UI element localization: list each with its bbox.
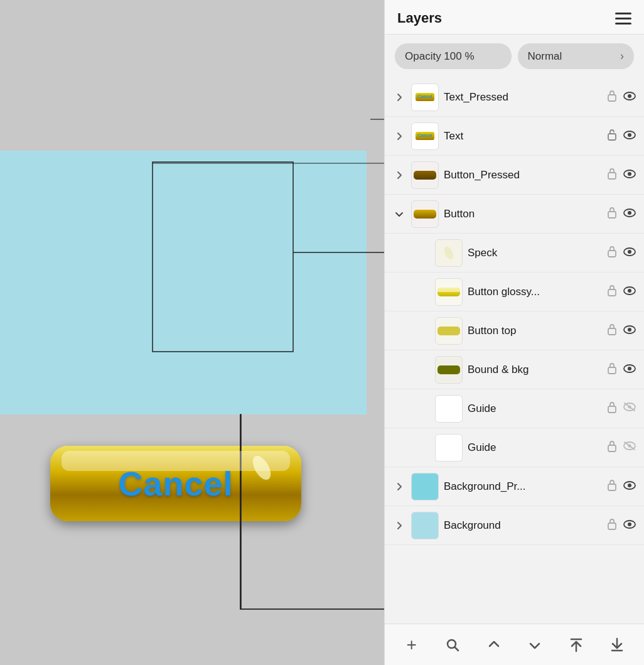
- svg-rect-11: [608, 134, 616, 140]
- visibility-icon[interactable]: [623, 284, 636, 299]
- chevron-right-icon[interactable]: [392, 521, 406, 530]
- svg-rect-23: [608, 289, 616, 296]
- move-down-button[interactable]: [520, 630, 550, 660]
- visibility-icon[interactable]: [623, 246, 636, 260]
- lock-icon[interactable]: [606, 440, 618, 455]
- layer-item[interactable]: Button: [385, 195, 644, 234]
- lock-icon[interactable]: [606, 206, 618, 222]
- layer-item[interactable]: CancelText_Pressed: [385, 78, 644, 117]
- layer-name: Text: [444, 130, 601, 143]
- chevron-right-icon[interactable]: [392, 171, 406, 180]
- svg-point-42: [628, 484, 631, 487]
- layer-name: Speck: [468, 247, 601, 259]
- lock-icon[interactable]: [606, 323, 618, 338]
- svg-point-45: [628, 522, 631, 526]
- blend-mode-label: Normal: [528, 50, 562, 63]
- chevron-right-icon[interactable]: [392, 132, 406, 141]
- add-layer-button[interactable]: +: [397, 630, 427, 660]
- chevron-right-icon: ›: [620, 50, 624, 63]
- visibility-icon[interactable]: [623, 207, 636, 221]
- svg-point-22: [628, 250, 631, 254]
- chevron-right-icon[interactable]: [392, 93, 406, 102]
- layer-item[interactable]: Button glossy...: [385, 273, 644, 311]
- menu-button[interactable]: [615, 13, 631, 24]
- cancel-button-canvas: Cancel: [25, 223, 276, 298]
- svg-rect-20: [608, 251, 616, 257]
- lock-icon[interactable]: [606, 128, 618, 144]
- svg-rect-43: [608, 523, 616, 529]
- lock-icon[interactable]: [606, 89, 618, 105]
- visibility-icon[interactable]: [623, 362, 636, 377]
- svg-point-10: [628, 94, 631, 98]
- controls-row: Opacity 100 % Normal ›: [385, 35, 644, 78]
- lock-icon[interactable]: [606, 245, 618, 261]
- svg-rect-8: [608, 95, 616, 101]
- layer-item[interactable]: Guide: [385, 428, 644, 467]
- chevron-right-icon[interactable]: [392, 482, 406, 491]
- lock-icon[interactable]: [606, 478, 618, 494]
- panel-title: Layers: [397, 10, 442, 26]
- layer-name: Bound & bkg: [468, 364, 601, 376]
- svg-rect-26: [608, 328, 616, 335]
- layer-thumbnail: [411, 512, 439, 539]
- layer-thumbnail: [435, 317, 463, 345]
- layer-item[interactable]: Background_Pr...: [385, 467, 644, 506]
- layer-name: Background_Pr...: [444, 480, 601, 493]
- layer-name: Button_Pressed: [444, 169, 601, 181]
- visibility-icon[interactable]: [623, 90, 636, 104]
- layers-list: CancelText_PressedCancelTextButton_Press…: [385, 78, 644, 624]
- layer-thumbnail: Cancel: [411, 84, 439, 111]
- move-up-button[interactable]: [479, 630, 509, 660]
- svg-line-47: [455, 647, 459, 651]
- opacity-button[interactable]: Opacity 100 %: [395, 43, 512, 69]
- move-to-bottom-button[interactable]: [602, 630, 632, 660]
- move-to-top-button[interactable]: [561, 630, 591, 660]
- blend-mode-button[interactable]: Normal ›: [518, 43, 635, 69]
- visibility-icon[interactable]: [623, 323, 636, 338]
- svg-point-31: [628, 367, 631, 370]
- layer-thumbnail: [435, 239, 463, 267]
- layer-item[interactable]: Button top: [385, 311, 644, 350]
- visibility-icon[interactable]: [623, 479, 636, 494]
- layer-name: Button glossy...: [468, 286, 601, 298]
- svg-point-19: [628, 211, 631, 215]
- svg-point-28: [628, 328, 631, 332]
- chevron-down-icon[interactable]: [392, 210, 406, 218]
- svg-point-16: [628, 172, 631, 176]
- layer-item[interactable]: Background: [385, 506, 644, 545]
- visibility-icon[interactable]: [623, 401, 636, 416]
- svg-rect-32: [608, 406, 616, 413]
- visibility-icon[interactable]: [623, 129, 636, 143]
- svg-point-25: [628, 289, 631, 293]
- visibility-icon[interactable]: [623, 168, 636, 182]
- layer-name: Background: [444, 519, 601, 532]
- layer-item[interactable]: Button_Pressed: [385, 156, 644, 195]
- layer-thumbnail: Cancel: [411, 122, 439, 150]
- visibility-icon[interactable]: [623, 518, 636, 533]
- svg-rect-14: [608, 173, 616, 179]
- svg-rect-29: [608, 367, 616, 374]
- layer-thumbnail: [435, 434, 463, 462]
- layers-panel: Layers Opacity 100 % Normal › CancelText…: [384, 0, 644, 665]
- layer-name: Button top: [468, 325, 601, 337]
- lock-icon[interactable]: [606, 517, 618, 533]
- lock-icon[interactable]: [606, 362, 618, 377]
- layer-name: Guide: [468, 403, 601, 415]
- layer-item[interactable]: Guide: [385, 389, 644, 428]
- svg-rect-36: [608, 445, 616, 451]
- search-button[interactable]: [437, 630, 468, 660]
- layer-thumbnail: [435, 356, 463, 384]
- lock-icon[interactable]: [606, 284, 618, 300]
- layer-thumbnail: [411, 200, 439, 228]
- layer-thumbnail: [411, 473, 439, 500]
- svg-rect-17: [608, 212, 616, 218]
- lock-icon[interactable]: [606, 401, 618, 416]
- svg-point-13: [628, 133, 631, 137]
- layer-item[interactable]: CancelText: [385, 117, 644, 156]
- layer-item[interactable]: Speck: [385, 234, 644, 273]
- visibility-icon[interactable]: [623, 440, 636, 455]
- layer-thumbnail: [435, 278, 463, 306]
- lock-icon[interactable]: [606, 167, 618, 183]
- layer-name: Text_Pressed: [444, 91, 601, 104]
- layer-item[interactable]: Bound & bkg: [385, 350, 644, 389]
